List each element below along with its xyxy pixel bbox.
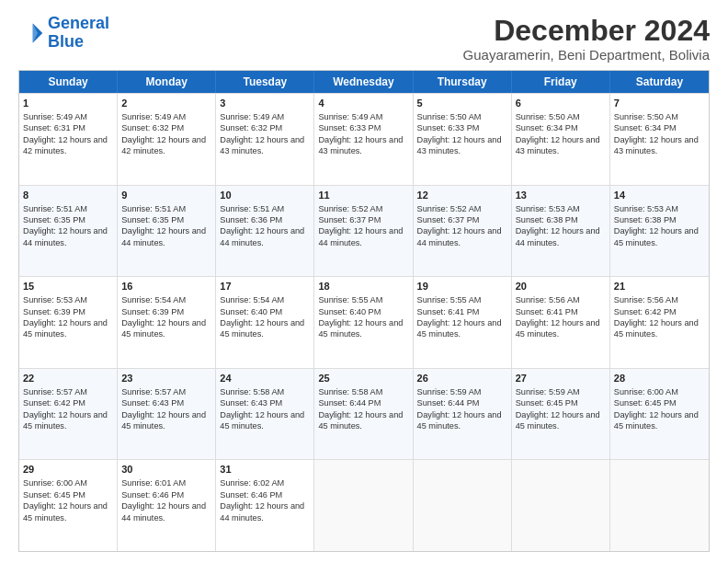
day-30: 30 Sunrise: 6:01 AMSunset: 6:46 PMDaylig… — [118, 460, 216, 551]
day-6: 6 Sunrise: 5:50 AMSunset: 6:34 PMDayligh… — [512, 94, 610, 185]
day-7: 7 Sunrise: 5:50 AMSunset: 6:34 PMDayligh… — [610, 94, 709, 185]
day-11: 11 Sunrise: 5:52 AMSunset: 6:37 PMDaylig… — [314, 186, 413, 277]
main-title: December 2024 — [463, 15, 710, 47]
cal-row-2: 8 Sunrise: 5:51 AMSunset: 6:35 PMDayligh… — [19, 185, 709, 277]
title-block: December 2024 Guayaramerin, Beni Departm… — [463, 15, 710, 63]
weekday-saturday: Saturday — [610, 71, 709, 93]
day-27: 27 Sunrise: 5:59 AMSunset: 6:45 PMDaylig… — [512, 369, 610, 460]
day-16: 16 Sunrise: 5:54 AMSunset: 6:39 PMDaylig… — [118, 277, 216, 368]
day-29: 29 Sunrise: 6:00 AMSunset: 6:45 PMDaylig… — [19, 460, 118, 551]
cal-row-5: 29 Sunrise: 6:00 AMSunset: 6:45 PMDaylig… — [19, 459, 709, 551]
weekday-friday: Friday — [512, 71, 610, 93]
day-28: 28 Sunrise: 6:00 AMSunset: 6:45 PMDaylig… — [610, 369, 709, 460]
day-2: 2 Sunrise: 5:49 AMSunset: 6:32 PMDayligh… — [118, 94, 216, 185]
day-empty-2 — [414, 460, 512, 551]
logo: General Blue — [18, 15, 109, 52]
day-12: 12 Sunrise: 5:52 AMSunset: 6:37 PMDaylig… — [414, 186, 512, 277]
header: General Blue December 2024 Guayaramerin,… — [18, 15, 710, 63]
day-21: 21 Sunrise: 5:56 AMSunset: 6:42 PMDaylig… — [610, 277, 709, 368]
day-3: 3 Sunrise: 5:49 AMSunset: 6:32 PMDayligh… — [216, 94, 314, 185]
day-17: 17 Sunrise: 5:54 AMSunset: 6:40 PMDaylig… — [216, 277, 314, 368]
day-15: 15 Sunrise: 5:53 AMSunset: 6:39 PMDaylig… — [19, 277, 118, 368]
day-26: 26 Sunrise: 5:59 AMSunset: 6:44 PMDaylig… — [414, 369, 512, 460]
weekday-monday: Monday — [118, 71, 216, 93]
day-13: 13 Sunrise: 5:53 AMSunset: 6:38 PMDaylig… — [512, 186, 610, 277]
day-9: 9 Sunrise: 5:51 AMSunset: 6:35 PMDayligh… — [118, 186, 216, 277]
day-empty-1 — [314, 460, 413, 551]
day-31: 31 Sunrise: 6:02 AMSunset: 6:46 PMDaylig… — [216, 460, 314, 551]
cal-row-4: 22 Sunrise: 5:57 AMSunset: 6:42 PMDaylig… — [19, 368, 709, 460]
day-23: 23 Sunrise: 5:57 AMSunset: 6:43 PMDaylig… — [118, 369, 216, 460]
day-18: 18 Sunrise: 5:55 AMSunset: 6:40 PMDaylig… — [314, 277, 413, 368]
day-14: 14 Sunrise: 5:53 AMSunset: 6:38 PMDaylig… — [610, 186, 709, 277]
day-25: 25 Sunrise: 5:58 AMSunset: 6:44 PMDaylig… — [314, 369, 413, 460]
cal-row-1: 1 Sunrise: 5:49 AMSunset: 6:31 PMDayligh… — [19, 93, 709, 185]
calendar-body: 1 Sunrise: 5:49 AMSunset: 6:31 PMDayligh… — [19, 93, 709, 551]
day-10: 10 Sunrise: 5:51 AMSunset: 6:36 PMDaylig… — [216, 186, 314, 277]
logo-icon — [18, 20, 44, 46]
calendar: Sunday Monday Tuesday Wednesday Thursday… — [18, 70, 710, 552]
day-24: 24 Sunrise: 5:58 AMSunset: 6:43 PMDaylig… — [216, 369, 314, 460]
day-5: 5 Sunrise: 5:50 AMSunset: 6:33 PMDayligh… — [414, 94, 512, 185]
day-empty-4 — [610, 460, 709, 551]
day-22: 22 Sunrise: 5:57 AMSunset: 6:42 PMDaylig… — [19, 369, 118, 460]
weekday-thursday: Thursday — [414, 71, 512, 93]
calendar-header: Sunday Monday Tuesday Wednesday Thursday… — [19, 71, 709, 93]
weekday-wednesday: Wednesday — [314, 71, 413, 93]
cal-row-3: 15 Sunrise: 5:53 AMSunset: 6:39 PMDaylig… — [19, 276, 709, 368]
day-19: 19 Sunrise: 5:55 AMSunset: 6:41 PMDaylig… — [414, 277, 512, 368]
day-4: 4 Sunrise: 5:49 AMSunset: 6:33 PMDayligh… — [314, 94, 413, 185]
day-empty-3 — [512, 460, 610, 551]
day-1: 1 Sunrise: 5:49 AMSunset: 6:31 PMDayligh… — [19, 94, 118, 185]
weekday-tuesday: Tuesday — [216, 71, 314, 93]
subtitle: Guayaramerin, Beni Department, Bolivia — [463, 47, 710, 63]
logo-text: General Blue — [48, 15, 109, 52]
day-20: 20 Sunrise: 5:56 AMSunset: 6:41 PMDaylig… — [512, 277, 610, 368]
weekday-sunday: Sunday — [19, 71, 118, 93]
day-8: 8 Sunrise: 5:51 AMSunset: 6:35 PMDayligh… — [19, 186, 118, 277]
page: General Blue December 2024 Guayaramerin,… — [0, 0, 728, 563]
